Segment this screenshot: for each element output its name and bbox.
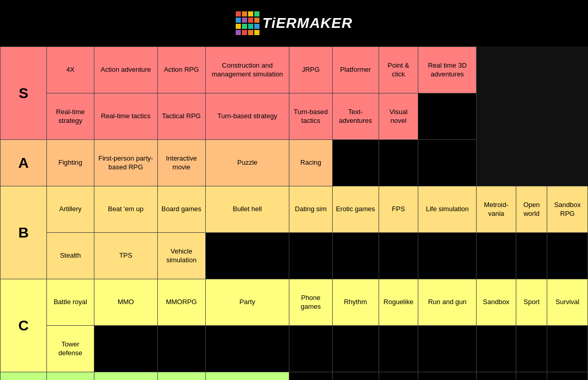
logo: TiERMAKER xyxy=(5,11,583,35)
genre-cell: 4X xyxy=(47,47,94,93)
empty-cell xyxy=(332,326,379,372)
empty-cell xyxy=(332,140,379,186)
tier-c-label: C xyxy=(1,279,47,372)
genre-cell: JRPG xyxy=(289,47,332,93)
empty-cell xyxy=(379,326,418,372)
genre-cell: Sandbox xyxy=(477,279,516,326)
genre-cell: Beat 'em up xyxy=(94,186,157,233)
genre-cell: MOBA xyxy=(157,372,205,381)
empty-cell xyxy=(379,233,418,279)
genre-cell: Real time 3D adventures xyxy=(418,47,477,93)
empty-cell xyxy=(516,326,547,372)
empty-cell xyxy=(332,372,379,381)
genre-cell: Racing xyxy=(289,140,332,186)
genre-cell: Platformer xyxy=(332,47,379,93)
genre-cell: Party xyxy=(205,279,289,326)
empty-cell xyxy=(94,326,157,372)
genre-cell: Open world xyxy=(516,186,547,233)
genre-cell: FPS xyxy=(379,186,418,233)
empty-cell xyxy=(547,233,588,279)
tier-b-label: B xyxy=(1,186,47,279)
genre-cell: Puzzle xyxy=(205,140,289,186)
genre-cell: Run and gun xyxy=(418,279,477,326)
empty-cell xyxy=(289,326,332,372)
genre-cell: Survival horror xyxy=(205,372,289,381)
genre-cell: Tactical RPG xyxy=(157,93,205,140)
empty-cell xyxy=(332,233,379,279)
empty-cell xyxy=(289,372,332,381)
empty-cell xyxy=(379,140,418,186)
tier-a-label: A xyxy=(1,140,47,186)
genre-cell: Vehicle simulation xyxy=(157,233,205,279)
genre-cell: Point & click xyxy=(379,47,418,93)
empty-cell xyxy=(516,372,547,381)
empty-cell xyxy=(516,233,547,279)
genre-cell: Tower defense xyxy=(47,326,94,372)
genre-cell: MMORPG xyxy=(157,279,205,326)
genre-cell: Bullet hell xyxy=(205,186,289,233)
empty-cell xyxy=(205,233,289,279)
genre-cell: Action adventure xyxy=(94,47,157,93)
genre-cell: Dating sim xyxy=(289,186,332,233)
empty-cell xyxy=(157,326,205,372)
genre-cell: TPS xyxy=(94,233,157,279)
genre-cell: Construction and management simulation xyxy=(205,47,289,93)
genre-cell: Rhythm xyxy=(332,279,379,326)
genre-cell: Board games xyxy=(157,186,205,233)
empty-cell xyxy=(418,140,477,186)
empty-cell xyxy=(477,233,516,279)
genre-cell: Stealth xyxy=(47,233,94,279)
genre-cell: Turn-based tactics xyxy=(289,93,332,140)
empty-cell xyxy=(477,326,516,372)
genre-cell: Text-adventures xyxy=(332,93,379,140)
genre-cell: Erotic games xyxy=(332,186,379,233)
empty-cell xyxy=(477,372,516,381)
genre-cell: Roguelike xyxy=(379,279,418,326)
genre-cell: Survival xyxy=(547,279,588,326)
genre-cell: MMO xyxy=(94,279,157,326)
genre-cell: Artillery xyxy=(47,186,94,233)
genre-cell: Looter shooter xyxy=(94,372,157,381)
genre-cell: Real-time strategy xyxy=(47,93,94,140)
empty-cell xyxy=(379,372,418,381)
genre-cell: Turn-based strategy xyxy=(205,93,289,140)
genre-cell: Sandbox RPG xyxy=(547,186,588,233)
tier-d-label: D xyxy=(1,372,47,381)
logo-text: TiERMAKER xyxy=(263,15,353,31)
logo-grid xyxy=(236,11,259,35)
genre-cell: Phone games xyxy=(289,279,332,326)
genre-cell: Class based shooter xyxy=(47,372,94,381)
genre-cell: Battle royal xyxy=(47,279,94,326)
empty-cell xyxy=(547,326,588,372)
empty-cell xyxy=(418,93,477,140)
genre-cell: Visual novel xyxy=(379,93,418,140)
empty-cell xyxy=(289,233,332,279)
genre-cell: Life simulation xyxy=(418,186,477,233)
genre-cell: First-person party-based RPG xyxy=(94,140,157,186)
logo-cell: TiERMAKER xyxy=(0,0,588,46)
genre-cell: Interactive movie xyxy=(157,140,205,186)
empty-cell xyxy=(205,326,289,372)
genre-cell: Action RPG xyxy=(157,47,205,93)
genre-cell: Fighting xyxy=(47,140,94,186)
genre-cell: Real-time tactics xyxy=(94,93,157,140)
tier-s-label: S xyxy=(1,47,47,140)
empty-cell xyxy=(418,326,477,372)
empty-cell xyxy=(547,372,588,381)
empty-cell xyxy=(418,233,477,279)
genre-cell: Metroid-vania xyxy=(477,186,516,233)
genre-cell: Sport xyxy=(516,279,547,326)
empty-cell xyxy=(418,372,477,381)
